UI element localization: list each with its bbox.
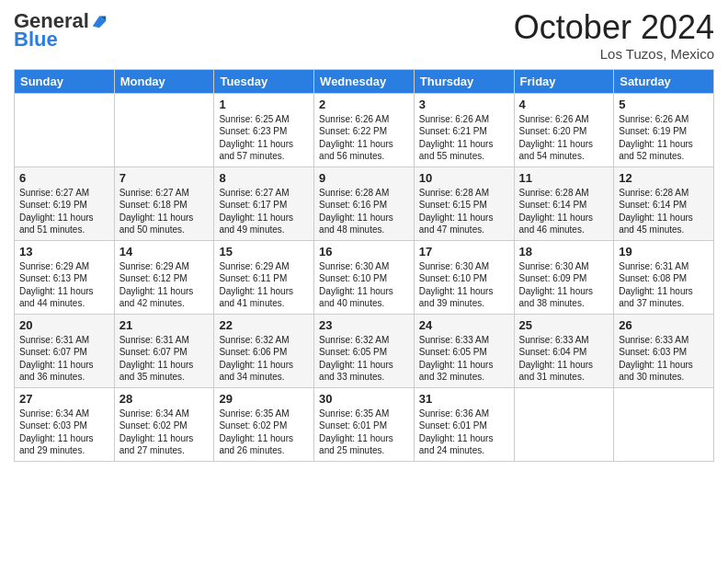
calendar-cell: [114, 93, 214, 167]
weekday-header: Friday: [514, 69, 614, 93]
sunrise-text: Sunrise: 6:33 AM: [619, 335, 688, 345]
sunset-text: Sunset: 6:10 PM: [319, 273, 387, 283]
day-info: Sunrise: 6:30 AM Sunset: 6:09 PM Dayligh…: [519, 260, 609, 310]
day-info: Sunrise: 6:25 AM Sunset: 6:23 PM Dayligh…: [219, 113, 309, 163]
calendar-cell: 21 Sunrise: 6:31 AM Sunset: 6:07 PM Dayl…: [114, 314, 214, 387]
sunset-text: Sunset: 6:11 PM: [219, 273, 287, 283]
day-number: 1: [219, 98, 309, 111]
day-number: 9: [319, 171, 409, 185]
sunrise-text: Sunrise: 6:28 AM: [519, 188, 589, 198]
sunset-text: Sunset: 6:07 PM: [19, 347, 87, 357]
sunrise-text: Sunrise: 6:27 AM: [119, 188, 189, 198]
calendar-cell: 7 Sunrise: 6:27 AM Sunset: 6:18 PM Dayli…: [114, 167, 214, 240]
sunrise-text: Sunrise: 6:28 AM: [319, 188, 389, 198]
daylight-text: Daylight: 11 hours and 35 minutes.: [119, 360, 194, 383]
day-number: 21: [119, 318, 210, 332]
calendar-table: SundayMondayTuesdayWednesdayThursdayFrid…: [14, 69, 714, 462]
calendar-cell: 15 Sunrise: 6:29 AM Sunset: 6:11 PM Dayl…: [214, 240, 314, 314]
daylight-text: Daylight: 11 hours and 44 minutes.: [19, 286, 94, 309]
daylight-text: Daylight: 11 hours and 25 minutes.: [319, 433, 393, 456]
calendar-cell: 26 Sunrise: 6:33 AM Sunset: 6:03 PM Dayl…: [614, 314, 714, 387]
sunrise-text: Sunrise: 6:28 AM: [419, 188, 489, 198]
daylight-text: Daylight: 11 hours and 41 minutes.: [219, 286, 293, 309]
sunset-text: Sunset: 6:13 PM: [19, 273, 87, 283]
logo-icon: [91, 13, 108, 29]
sunrise-text: Sunrise: 6:35 AM: [319, 408, 389, 419]
day-info: Sunrise: 6:36 AM Sunset: 6:01 PM Dayligh…: [419, 408, 509, 457]
daylight-text: Daylight: 11 hours and 48 minutes.: [319, 213, 393, 236]
weekday-header: Saturday: [614, 69, 714, 93]
sunset-text: Sunset: 6:15 PM: [419, 200, 487, 210]
sunset-text: Sunset: 6:14 PM: [519, 200, 587, 210]
weekday-header-row: SundayMondayTuesdayWednesdayThursdayFrid…: [15, 69, 714, 93]
daylight-text: Daylight: 11 hours and 45 minutes.: [619, 213, 693, 236]
day-number: 17: [419, 245, 509, 259]
sunrise-text: Sunrise: 6:31 AM: [619, 261, 688, 271]
daylight-text: Daylight: 11 hours and 32 minutes.: [419, 360, 494, 383]
day-number: 3: [419, 98, 509, 111]
sunset-text: Sunset: 6:19 PM: [619, 126, 687, 136]
daylight-text: Daylight: 11 hours and 40 minutes.: [319, 286, 393, 309]
sunset-text: Sunset: 6:20 PM: [519, 126, 587, 136]
sunset-text: Sunset: 6:05 PM: [319, 347, 387, 357]
day-info: Sunrise: 6:28 AM Sunset: 6:15 PM Dayligh…: [419, 187, 509, 236]
day-number: 5: [619, 98, 709, 111]
sunset-text: Sunset: 6:14 PM: [619, 200, 687, 210]
daylight-text: Daylight: 11 hours and 49 minutes.: [219, 213, 293, 236]
sunrise-text: Sunrise: 6:27 AM: [19, 188, 89, 198]
daylight-text: Daylight: 11 hours and 52 minutes.: [619, 139, 693, 162]
logo-blue: Blue: [14, 28, 58, 52]
weekday-header: Wednesday: [314, 69, 415, 93]
daylight-text: Daylight: 11 hours and 24 minutes.: [419, 433, 494, 456]
day-info: Sunrise: 6:31 AM Sunset: 6:08 PM Dayligh…: [619, 260, 709, 310]
daylight-text: Daylight: 11 hours and 39 minutes.: [419, 286, 494, 309]
month-title: October 2024: [514, 9, 714, 46]
calendar-cell: 13 Sunrise: 6:29 AM Sunset: 6:13 PM Dayl…: [15, 240, 115, 314]
sunrise-text: Sunrise: 6:31 AM: [119, 335, 189, 345]
day-info: Sunrise: 6:33 AM Sunset: 6:05 PM Dayligh…: [419, 334, 509, 384]
day-info: Sunrise: 6:27 AM Sunset: 6:17 PM Dayligh…: [219, 187, 309, 236]
calendar-cell: 29 Sunrise: 6:35 AM Sunset: 6:02 PM Dayl…: [214, 387, 314, 461]
daylight-text: Daylight: 11 hours and 50 minutes.: [119, 213, 194, 236]
sunset-text: Sunset: 6:01 PM: [319, 420, 387, 431]
daylight-text: Daylight: 11 hours and 46 minutes.: [519, 213, 594, 236]
sunrise-text: Sunrise: 6:26 AM: [519, 114, 589, 124]
daylight-text: Daylight: 11 hours and 36 minutes.: [19, 360, 94, 383]
day-info: Sunrise: 6:28 AM Sunset: 6:14 PM Dayligh…: [619, 187, 709, 236]
day-info: Sunrise: 6:28 AM Sunset: 6:14 PM Dayligh…: [519, 187, 609, 236]
calendar-cell: 22 Sunrise: 6:32 AM Sunset: 6:06 PM Dayl…: [214, 314, 314, 387]
sunrise-text: Sunrise: 6:34 AM: [119, 408, 189, 419]
day-info: Sunrise: 6:26 AM Sunset: 6:22 PM Dayligh…: [319, 113, 409, 163]
day-number: 27: [19, 392, 109, 406]
daylight-text: Daylight: 11 hours and 30 minutes.: [619, 360, 693, 383]
day-info: Sunrise: 6:31 AM Sunset: 6:07 PM Dayligh…: [119, 334, 210, 384]
sunset-text: Sunset: 6:03 PM: [619, 347, 687, 357]
calendar-cell: 20 Sunrise: 6:31 AM Sunset: 6:07 PM Dayl…: [15, 314, 115, 387]
weekday-header: Sunday: [15, 69, 115, 93]
calendar-cell: [15, 93, 115, 167]
day-number: 25: [519, 318, 609, 332]
daylight-text: Daylight: 11 hours and 34 minutes.: [219, 360, 293, 383]
daylight-text: Daylight: 11 hours and 38 minutes.: [519, 286, 594, 309]
daylight-text: Daylight: 11 hours and 54 minutes.: [519, 139, 594, 162]
calendar-cell: 8 Sunrise: 6:27 AM Sunset: 6:17 PM Dayli…: [214, 167, 314, 240]
day-number: 14: [119, 245, 210, 259]
day-number: 22: [219, 318, 309, 332]
header: General Blue October 2024 Los Tuzos, Mex…: [14, 9, 714, 62]
day-number: 10: [419, 171, 509, 185]
sunset-text: Sunset: 6:21 PM: [419, 126, 487, 136]
calendar-cell: 16 Sunrise: 6:30 AM Sunset: 6:10 PM Dayl…: [314, 240, 415, 314]
sunrise-text: Sunrise: 6:31 AM: [19, 335, 89, 345]
calendar-cell: 4 Sunrise: 6:26 AM Sunset: 6:20 PM Dayli…: [514, 93, 614, 167]
sunrise-text: Sunrise: 6:30 AM: [519, 261, 589, 271]
sunset-text: Sunset: 6:23 PM: [219, 126, 287, 136]
title-block: October 2024 Los Tuzos, Mexico: [514, 9, 714, 62]
calendar-cell: 30 Sunrise: 6:35 AM Sunset: 6:01 PM Dayl…: [314, 387, 415, 461]
calendar-cell: 2 Sunrise: 6:26 AM Sunset: 6:22 PM Dayli…: [314, 93, 415, 167]
sunrise-text: Sunrise: 6:25 AM: [219, 114, 289, 124]
calendar-week-row: 1 Sunrise: 6:25 AM Sunset: 6:23 PM Dayli…: [15, 93, 714, 167]
day-number: 24: [419, 318, 509, 332]
logo: General Blue: [14, 9, 108, 52]
sunset-text: Sunset: 6:18 PM: [119, 200, 188, 210]
sunrise-text: Sunrise: 6:36 AM: [419, 408, 489, 419]
